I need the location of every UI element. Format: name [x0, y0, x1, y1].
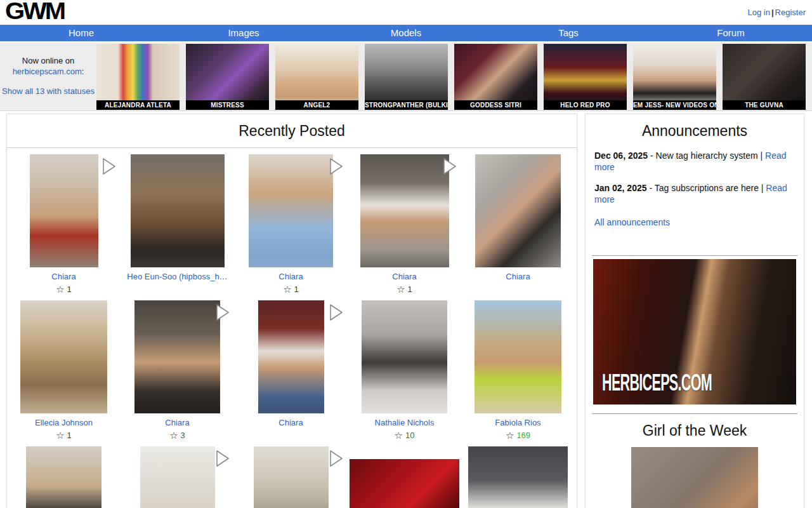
- star-count: ☆169: [506, 431, 530, 440]
- image-thumbnail[interactable]: [362, 300, 447, 413]
- image-card: [7, 446, 121, 508]
- image-thumbnail[interactable]: [249, 154, 333, 267]
- divider: [592, 255, 797, 256]
- image-thumbnail[interactable]: [258, 300, 324, 413]
- image-thumbnail[interactable]: [468, 446, 568, 508]
- image-thumbnail[interactable]: [20, 300, 107, 413]
- online-model-name: ALEJANDRA ATLETA: [96, 100, 180, 110]
- image-card: [461, 446, 575, 508]
- image-card: Chiara ☆3: [121, 300, 234, 440]
- play-icon: [100, 156, 119, 177]
- image-thumbnail[interactable]: [131, 154, 225, 267]
- model-name-link[interactable]: Chiara: [278, 418, 303, 427]
- nav-item-home[interactable]: Home: [0, 25, 162, 41]
- online-model-name: HELO RED PRO: [544, 100, 627, 110]
- star-count-value: 3: [181, 431, 185, 440]
- all-announcements-link[interactable]: All announcements: [594, 217, 670, 227]
- star-count-value: 1: [67, 284, 72, 294]
- star-count: ☆1: [56, 284, 72, 294]
- herbiceps-banner[interactable]: HERBICEPS.COM: [593, 259, 796, 404]
- online-thumbs: ALEJANDRA ATLETA MISTRESS ANGEL2 STRONGP…: [96, 44, 806, 110]
- star-count: ☆3: [169, 431, 185, 440]
- online-model-thumb[interactable]: EM JESS- NEW VIDEOS ON: [633, 44, 716, 110]
- online-model-name: GODDESS SITRI: [454, 100, 537, 110]
- model-name-link[interactable]: Heo Eun-Soo (hipboss_h…: [127, 272, 227, 281]
- announcement-date: Dec 06, 2025: [594, 150, 648, 161]
- model-name-link[interactable]: Chiara: [165, 418, 189, 427]
- play-icon: [440, 156, 459, 177]
- image-thumbnail[interactable]: [350, 459, 459, 508]
- image-thumbnail[interactable]: [26, 446, 102, 508]
- play-icon: [213, 302, 232, 323]
- auth-separator: |: [770, 8, 775, 17]
- online-model-thumb[interactable]: STRONGPANTHER (BULKIN: [365, 44, 448, 110]
- recently-posted-panel: Recently Posted Chiara ☆1 Heo Eun-Soo (h…: [6, 114, 577, 508]
- image-thumbnail[interactable]: [30, 154, 98, 267]
- image-thumbnail[interactable]: [140, 446, 215, 508]
- model-name-link[interactable]: Ellecia Johnson: [35, 418, 93, 427]
- image-card: [348, 446, 461, 508]
- star-icon: ☆: [283, 284, 291, 294]
- image-thumbnail[interactable]: [475, 300, 561, 413]
- star-count: ☆1: [56, 431, 72, 440]
- login-link[interactable]: Log in: [748, 8, 770, 17]
- online-model-thumb[interactable]: ALEJANDRA ATLETA: [96, 44, 180, 110]
- play-icon: [327, 448, 346, 469]
- online-model-thumb[interactable]: MISTRESS: [186, 44, 269, 110]
- model-name-link[interactable]: Chiara: [506, 272, 530, 281]
- site-logo[interactable]: GWM: [5, 0, 64, 22]
- model-name-link[interactable]: Chiara: [392, 272, 416, 281]
- nav-item-tags[interactable]: Tags: [487, 25, 650, 41]
- announcement-dash: -: [648, 150, 655, 161]
- star-icon: ☆: [395, 431, 403, 440]
- play-icon: [327, 302, 346, 323]
- online-model-name: THE GUVNA: [723, 100, 806, 110]
- play-icon: [213, 448, 232, 469]
- grid-row: Ellecia Johnson ☆1 Chiara ☆3 Chiara Nath…: [7, 294, 577, 440]
- image-thumbnail[interactable]: [134, 300, 220, 413]
- star-icon: ☆: [169, 431, 178, 440]
- online-model-thumb[interactable]: THE GUVNA: [723, 44, 806, 110]
- sidebar: Announcements Dec 06, 2025 - New tag hie…: [585, 114, 804, 508]
- image-thumbnail[interactable]: [254, 446, 329, 508]
- nav-item-images[interactable]: Images: [162, 25, 325, 41]
- register-link[interactable]: Register: [775, 8, 806, 17]
- content-area: Recently Posted Chiara ☆1 Heo Eun-Soo (h…: [0, 111, 812, 508]
- nav-item-models[interactable]: Models: [325, 25, 487, 41]
- model-name-link[interactable]: Fabiola Rios: [495, 418, 540, 427]
- girl-of-week-image[interactable]: [631, 447, 758, 508]
- image-thumbnail[interactable]: [360, 154, 449, 267]
- star-icon: ☆: [506, 431, 514, 440]
- girl-of-week-title: Girl of the Week: [593, 414, 796, 447]
- site-header: GWM Log in|Register: [0, 0, 812, 25]
- herbiceps-banner-text: HERBICEPS.COM: [602, 370, 712, 396]
- model-name-link[interactable]: Nathalie Nichols: [375, 418, 435, 427]
- online-model-thumb[interactable]: GODDESS SITRI: [454, 44, 537, 110]
- image-card: Ellecia Johnson ☆1: [7, 300, 121, 440]
- announcement-text: New tag hierarchy system: [656, 150, 758, 161]
- online-model-name: MISTRESS: [186, 100, 269, 110]
- online-model-name: EM JESS- NEW VIDEOS ON: [633, 100, 716, 110]
- announcement-pipe: |: [758, 150, 765, 161]
- auth-links: Log in|Register: [748, 0, 806, 17]
- announcement-dash: -: [647, 183, 655, 193]
- image-card: Chiara ☆1: [7, 154, 121, 294]
- grid-row: [7, 440, 577, 508]
- nav-item-forum[interactable]: Forum: [650, 25, 812, 41]
- main-nav: Home Images Models Tags Forum: [0, 25, 812, 41]
- announcement-date: Jan 02, 2025: [594, 183, 647, 193]
- star-icon: ☆: [56, 284, 64, 294]
- star-count-value: 1: [294, 284, 299, 294]
- herbicepscam-link[interactable]: herbicepscam.com: [13, 67, 82, 76]
- online-colon: :: [82, 67, 84, 76]
- image-thumbnail[interactable]: [475, 154, 561, 267]
- show-all-statuses-link[interactable]: Show all 13 with statuses: [2, 86, 95, 96]
- online-line1: Now online on: [0, 56, 96, 67]
- model-name-link[interactable]: Chiara: [278, 272, 303, 281]
- announcement-pipe: |: [759, 183, 766, 193]
- online-model-thumb[interactable]: HELO RED PRO: [544, 44, 627, 110]
- online-model-thumb[interactable]: ANGEL2: [275, 44, 358, 110]
- image-card: Chiara: [234, 300, 348, 440]
- play-icon: [327, 156, 346, 177]
- model-name-link[interactable]: Chiara: [51, 272, 75, 281]
